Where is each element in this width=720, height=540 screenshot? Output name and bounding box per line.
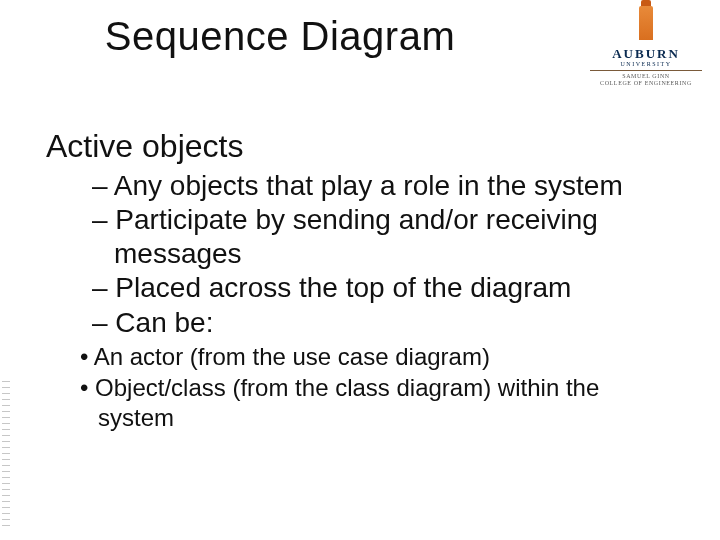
sub-bullet-item: An actor (from the use case diagram) [80,342,674,373]
section-heading: Active objects [46,128,674,165]
body-content: Active objects Any objects that play a r… [46,128,674,434]
logo-divider [590,70,702,71]
bullet-item: Placed across the top of the diagram [92,271,674,305]
logo-college-line2: COLLEGE OF ENGINEERING [586,80,706,87]
bullet-item: Participate by sending and/or receiving … [92,203,674,271]
bullet-item: Can be: [92,306,674,340]
tower-icon [639,6,653,40]
bullet-list: Any objects that play a role in the syst… [92,169,674,340]
slide-title: Sequence Diagram [0,14,560,59]
sub-bullet-list: An actor (from the use case diagram) Obj… [80,342,674,434]
logo-word: AUBURN [586,46,706,62]
logo-university: UNIVERSITY [586,61,706,67]
slide: Sequence Diagram AUBURN UNIVERSITY SAMUE… [0,0,720,540]
auburn-logo: AUBURN UNIVERSITY SAMUEL GINN COLLEGE OF… [586,6,706,86]
ruler-marks [2,376,10,526]
logo-college-line1: SAMUEL GINN [586,73,706,80]
bullet-item: Any objects that play a role in the syst… [92,169,674,203]
sub-bullet-item: Object/class (from the class diagram) wi… [80,373,674,434]
